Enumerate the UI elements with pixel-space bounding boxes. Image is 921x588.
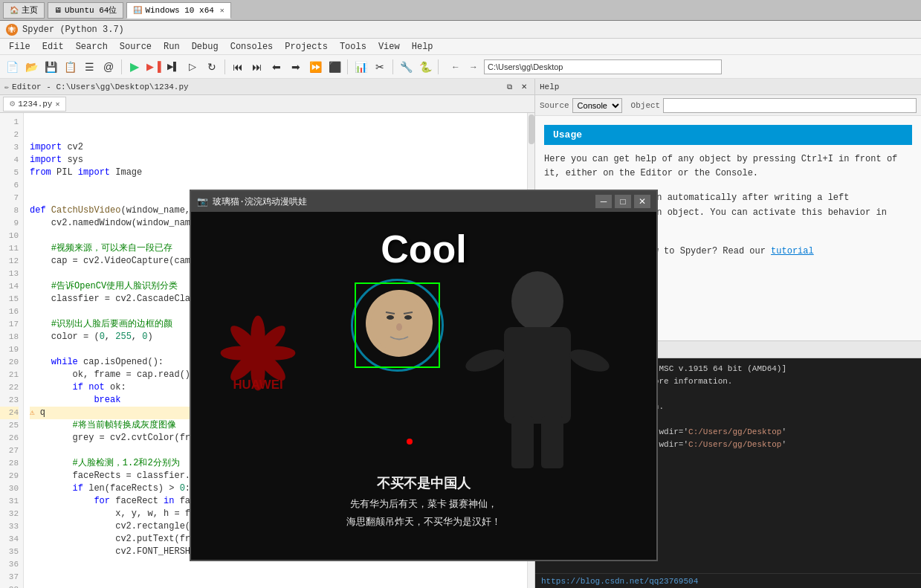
tab-windows-close[interactable]: ✕	[220, 6, 224, 15]
code-line-38	[30, 584, 529, 588]
taskbar-tab-home[interactable]: 🏠 主页	[3, 2, 45, 19]
menu-consoles[interactable]: Consoles	[224, 40, 279, 54]
code-line-1	[30, 116, 529, 129]
help-object-input[interactable]	[663, 98, 917, 113]
path-forward-button[interactable]: →	[466, 59, 481, 74]
console-url-link[interactable]: https://blog.csdn.net/qq23769504	[541, 577, 698, 586]
run-cell-advance-button[interactable]: ▶▌	[164, 58, 182, 76]
help-source-label: Source	[540, 101, 569, 110]
help-titlebar: Help	[535, 79, 921, 95]
toolbar-separator-2	[224, 59, 225, 74]
tab-close-icon[interactable]: ✕	[55, 100, 59, 109]
menu-run[interactable]: Run	[158, 40, 186, 54]
menu-search[interactable]: Search	[70, 40, 114, 54]
menu-file[interactable]: File	[3, 40, 36, 54]
run-button[interactable]: ▶	[126, 58, 143, 76]
code-line-4: import sys	[30, 154, 529, 167]
menu-tools[interactable]: Tools	[334, 40, 372, 54]
toolbar-separator-1	[121, 59, 122, 74]
code-line-2	[30, 129, 529, 141]
editor-close-button[interactable]: ✕	[518, 81, 530, 93]
save-button[interactable]: 💾	[42, 58, 59, 76]
open-file-button[interactable]: 📂	[22, 58, 40, 76]
overlay-close-button[interactable]: ✕	[634, 195, 650, 208]
svg-point-11	[463, 345, 508, 376]
svg-rect-13	[511, 416, 534, 468]
line-numbers: 12345 678910 1112131415 1617181920 21222…	[0, 113, 24, 588]
new-file-button[interactable]: 📄	[3, 58, 21, 76]
meme-image-area: Cool	[191, 212, 656, 560]
step-into-button[interactable]: ⬅	[268, 58, 285, 76]
at-button[interactable]: @	[100, 58, 117, 76]
app-title: Spyder (Python 3.7)	[22, 25, 124, 35]
menu-view[interactable]: View	[372, 40, 406, 54]
overlay-window: 📷 玻璃猫·浣浣鸡动漫哄娃 ─ □ ✕ Cool	[190, 190, 658, 561]
continue-button[interactable]: ⏩	[306, 58, 324, 76]
code-scroll-thumb[interactable]	[529, 114, 534, 144]
toolbar: 📄 📂 💾 📋 ☰ @ ▶ ▶▐ ▶▌ ▷ ↻ ⏮ ⏭ ⬅ ➡ ⏩ ⬛ 📊 ✂ …	[0, 55, 921, 79]
editor-titlebar: ✏ Editor - C:\Users\gg\Desktop\1234.py ⧉…	[0, 79, 534, 95]
overlay-maximize-button[interactable]: □	[615, 195, 631, 208]
help-object-label: Object	[631, 101, 661, 110]
tab-settings-icon: ⚙	[10, 98, 15, 109]
overlay-controls: ─ □ ✕	[595, 195, 650, 208]
huawei-logo: HUAWEI	[213, 308, 303, 401]
help-source-select[interactable]: Console Editor	[572, 98, 622, 113]
code-line-5: from PIL import Image	[30, 167, 529, 179]
help-usage-box: Usage	[544, 125, 912, 145]
run-cell-button[interactable]: ▶▐	[145, 58, 163, 76]
windows-icon: 🪟	[133, 6, 142, 15]
editor-tab-label: 1234.py	[18, 100, 52, 109]
console-status: https://blog.csdn.net/qq23769504	[535, 573, 921, 588]
overlay-title-text: 玻璃猫·浣浣鸡动漫哄娃	[213, 196, 307, 208]
taskbar-tab-windows[interactable]: 🪟 Windows 10 x64 ✕	[126, 2, 230, 19]
re-run-button[interactable]: ↻	[203, 58, 221, 76]
help-tutorial-link[interactable]: tutorial	[771, 246, 814, 256]
code-line-3: import cv2	[30, 141, 529, 154]
tab-ubuntu-label: Ubuntu 64位	[65, 4, 117, 16]
svg-rect-14	[541, 416, 563, 468]
path-back-button[interactable]: ←	[448, 59, 463, 74]
menu-debug[interactable]: Debug	[186, 40, 224, 54]
menu-help[interactable]: Help	[406, 40, 439, 54]
path-input[interactable]	[484, 59, 722, 74]
chinese-text-line3: 海思翻颠吊炸天，不买华为是汉奸！	[206, 513, 642, 530]
browse-button[interactable]: ☰	[80, 58, 98, 76]
editor-title: Editor - C:\Users\gg\Desktop\1234.py	[12, 83, 189, 91]
svg-point-12	[567, 345, 612, 376]
menu-projects[interactable]: Projects	[279, 40, 334, 54]
app-icon: 🕷	[6, 24, 18, 36]
editor-tab-bar: ⚙ 1234.py ✕	[0, 95, 534, 113]
app-titlebar: 🕷 Spyder (Python 3.7)	[0, 21, 921, 39]
red-dot	[407, 439, 413, 445]
step-out-button[interactable]: ➡	[287, 58, 305, 76]
help-usage-title: Usage	[553, 129, 582, 140]
profiler-button[interactable]: 📊	[352, 58, 369, 76]
taskbar: 🏠 主页 🖥 Ubuntu 64位 🪟 Windows 10 x64 ✕	[0, 0, 921, 21]
toolbar-path: ← →	[448, 59, 722, 74]
python-button[interactable]: 🐍	[416, 58, 434, 76]
face-detection-box	[355, 282, 440, 368]
editor-file-tab[interactable]: ⚙ 1234.py ✕	[3, 97, 66, 112]
save-all-button[interactable]: 📋	[61, 58, 79, 76]
figure-silhouette	[463, 271, 612, 479]
tools-button[interactable]: 🔧	[397, 58, 415, 76]
overlay-titlebar[interactable]: 📷 玻璃猫·浣浣鸡动漫哄娃 ─ □ ✕	[191, 191, 656, 212]
overlay-icon: 📷	[197, 196, 208, 207]
svg-text:HUAWEI: HUAWEI	[233, 378, 282, 392]
cool-text-overlay: Cool	[381, 227, 467, 271]
help-toolbar: Source Console Editor Object	[535, 95, 921, 116]
menu-edit[interactable]: Edit	[36, 40, 70, 54]
menu-source[interactable]: Source	[114, 40, 158, 54]
taskbar-tab-ubuntu[interactable]: 🖥 Ubuntu 64位	[48, 2, 123, 19]
ubuntu-icon: 🖥	[54, 6, 62, 15]
meme-bg: Cool	[191, 212, 656, 560]
stop-button[interactable]: ⬛	[326, 58, 343, 76]
optimizer-button[interactable]: ✂	[371, 58, 389, 76]
help-text-1: Here you can get help of any object by p…	[544, 152, 912, 181]
run-selection-button[interactable]: ▷	[184, 58, 201, 76]
overlay-minimize-button[interactable]: ─	[595, 195, 612, 208]
step-over-button[interactable]: ⏭	[248, 58, 266, 76]
step-button[interactable]: ⏮	[229, 58, 247, 76]
editor-undock-button[interactable]: ⧉	[503, 81, 515, 93]
